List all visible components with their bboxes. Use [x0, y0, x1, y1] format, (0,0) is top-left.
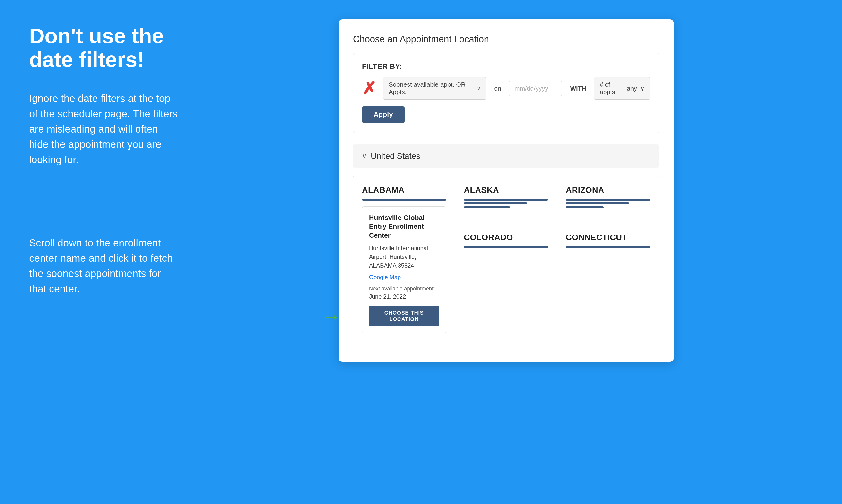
state-name-alaska: ALASKA: [464, 185, 548, 195]
next-appt-label: Next available appointment:: [369, 286, 439, 292]
widget-title: Choose an Appointment Location: [353, 34, 659, 44]
description-text: Ignore the date filters at the top of th…: [29, 91, 180, 167]
filter-chevron-icon: ∨: [477, 86, 481, 91]
right-panel: Choose an Appointment Location FILTER BY…: [199, 19, 813, 362]
state-column-alabama: ALABAMA Huntsville Global Entry Enrollme…: [353, 177, 455, 342]
filter-pill-text: Soonest available appt. OR Appts.: [389, 81, 474, 96]
location-address: Huntsville International Airport, Huntsv…: [369, 244, 439, 270]
google-map-link[interactable]: Google Map: [369, 274, 439, 281]
choose-location-button[interactable]: CHOOSE THIS LOCATION: [369, 306, 439, 326]
connecticut-subsection: CONNECTICUT: [566, 233, 650, 248]
filter-pill[interactable]: Soonest available appt. OR Appts. ∨: [383, 77, 486, 100]
next-appt-date: June 21, 2022: [369, 293, 439, 300]
filter-row: ✗ Soonest available appt. OR Appts. ∨ on…: [362, 77, 650, 100]
appts-pill[interactable]: # of appts. any ∨: [594, 77, 650, 100]
us-chevron-icon: ∨: [362, 152, 367, 160]
alaska-bar-2: [464, 202, 527, 204]
alaska-bar-3: [464, 206, 510, 208]
alabama-bar-1: [362, 199, 446, 200]
state-name-connecticut: CONNECTICUT: [566, 233, 650, 242]
state-name-colorado: COLORADO: [464, 233, 548, 242]
arizona-bars: [566, 199, 650, 208]
state-name-alabama: ALABAMA: [362, 185, 446, 195]
location-name[interactable]: Huntsville Global Entry Enrollment Cente…: [369, 213, 439, 240]
colorado-subsection: COLORADO: [464, 233, 548, 248]
connecticut-bar-1: [566, 246, 650, 248]
main-title: Don't use the date filters!: [29, 24, 180, 71]
filter-on-text: on: [491, 81, 504, 96]
date-input[interactable]: mm/dd/yyyy: [509, 81, 562, 96]
arizona-bar-2: [566, 202, 629, 204]
location-card: Huntsville Global Entry Enrollment Cente…: [362, 206, 446, 333]
scheduler-widget: Choose an Appointment Location FILTER BY…: [339, 19, 674, 362]
states-grid: ALABAMA Huntsville Global Entry Enrollme…: [353, 176, 659, 342]
alaska-bar-1: [464, 199, 548, 200]
united-states-label: United States: [371, 151, 420, 161]
united-states-section[interactable]: ∨ United States: [353, 144, 659, 167]
arizona-bar-1: [566, 199, 650, 200]
state-column-arizona: ARIZONA CONNECTICUT: [557, 177, 659, 342]
appts-label: # of appts.: [600, 81, 624, 96]
apply-button[interactable]: Apply: [362, 106, 405, 123]
arizona-bar-3: [566, 206, 604, 208]
scroll-instruction: Scroll down to the enrollment center nam…: [29, 235, 180, 296]
state-name-arizona: ARIZONA: [566, 185, 650, 195]
date-placeholder: mm/dd/yyyy: [514, 85, 548, 92]
filter-section: FILTER BY: ✗ Soonest available appt. OR …: [353, 53, 659, 133]
red-x-icon: ✗: [362, 80, 376, 97]
appts-value: any: [627, 85, 637, 92]
with-label: WITH: [567, 85, 589, 92]
appts-chevron-icon: ∨: [640, 85, 645, 92]
colorado-bar-1: [464, 246, 548, 248]
filter-by-label: FILTER BY:: [362, 62, 650, 70]
alaska-bars: [464, 199, 548, 208]
left-panel: Don't use the date filters! Ignore the d…: [29, 19, 180, 296]
state-column-alaska: ALASKA COLORADO: [455, 177, 557, 342]
